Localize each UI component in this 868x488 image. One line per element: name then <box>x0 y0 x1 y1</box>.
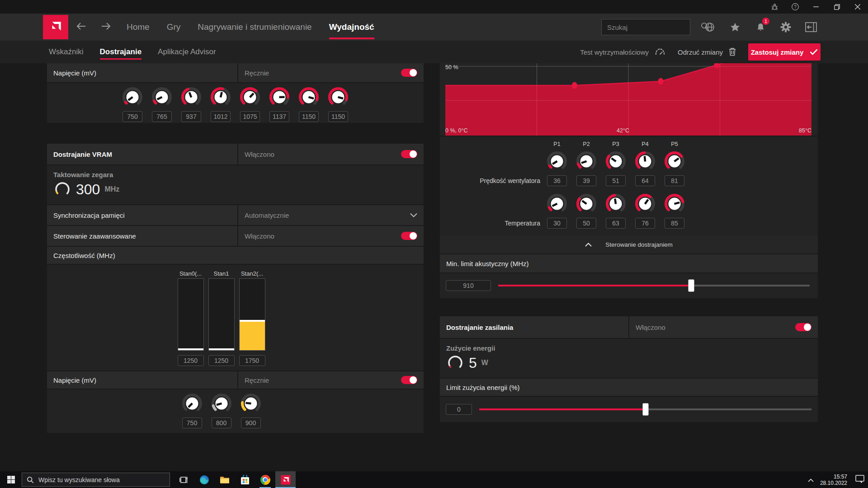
knob-value-box[interactable]: 76 <box>635 218 655 229</box>
gpu-voltage-toggle[interactable] <box>401 69 417 77</box>
task-view-button[interactable] <box>174 471 194 488</box>
knob-value-box[interactable]: 937 <box>181 111 201 122</box>
knob-value-box[interactable]: 30 <box>547 218 567 229</box>
knob-dial[interactable] <box>181 87 202 108</box>
stress-test-button[interactable]: Test wytrzymałościowy <box>580 47 666 57</box>
knob-dial[interactable] <box>210 87 231 108</box>
microsoft-store-icon[interactable] <box>235 471 255 488</box>
knob-dial[interactable] <box>635 193 656 214</box>
knob-dial[interactable] <box>664 151 685 172</box>
knob-value-box[interactable]: 39 <box>576 175 596 186</box>
chevron-down-icon[interactable] <box>410 213 417 217</box>
discard-changes-button[interactable]: Odrzuć zmiany <box>678 47 736 57</box>
bar-frame[interactable] <box>239 278 265 351</box>
knob-value-box[interactable]: 63 <box>606 218 626 229</box>
knob-dial[interactable] <box>576 151 597 172</box>
vram-toggle[interactable] <box>401 150 417 158</box>
knob-value-box[interactable]: 51 <box>606 175 626 186</box>
nav-item-home[interactable]: Home <box>127 14 150 41</box>
knob-dial[interactable] <box>240 87 260 108</box>
knob-dial[interactable] <box>664 193 685 214</box>
knob-value-box[interactable]: 750 <box>123 111 142 122</box>
amd-logo[interactable] <box>43 15 68 39</box>
subtab-wskaźniki[interactable]: Wskaźniki <box>49 41 84 63</box>
globe-icon[interactable] <box>702 19 718 35</box>
knob-dial[interactable] <box>605 151 626 172</box>
fan-curve-svg[interactable] <box>445 63 811 136</box>
bar-value-box[interactable]: 1250 <box>208 355 235 366</box>
power-limit-value-box[interactable]: 0 <box>446 404 472 415</box>
knob-dial[interactable] <box>211 393 232 414</box>
knob-value-box[interactable]: 765 <box>152 111 172 122</box>
knob-value-box[interactable]: 1137 <box>269 111 289 122</box>
taskbar-search-box[interactable] <box>22 473 170 487</box>
close-button[interactable] <box>847 0 868 14</box>
notifications-bell-icon[interactable]: 1 <box>752 19 769 35</box>
app-search-box[interactable] <box>601 19 690 35</box>
knob-value-box[interactable]: 85 <box>665 218 684 229</box>
knob-value-box[interactable]: 36 <box>547 175 567 186</box>
taskbar-clock[interactable]: 15:57 28.10.2022 <box>820 474 847 486</box>
knob-value-box[interactable]: 800 <box>212 418 231 428</box>
taskbar-search-input[interactable] <box>38 476 165 483</box>
knob-value-box[interactable]: 1150 <box>299 111 319 122</box>
power-limit-slider[interactable] <box>479 408 811 410</box>
knob-value-box[interactable]: 64 <box>635 175 655 186</box>
knob-value-box[interactable]: 1150 <box>328 111 348 122</box>
knob-value-box[interactable]: 1075 <box>240 111 260 122</box>
knob-dial[interactable] <box>605 193 626 214</box>
knob-dial[interactable] <box>151 87 172 108</box>
bar-value-box[interactable]: 1750 <box>239 355 265 366</box>
fan-curve-chart[interactable]: 50 % 0 %, 0°C 42°C 85°C <box>440 63 818 136</box>
knob-value-box[interactable]: 50 <box>576 218 596 229</box>
knob-dial[interactable] <box>328 87 349 108</box>
knob-value-box[interactable]: 750 <box>182 418 202 428</box>
tray-chevron-up-icon[interactable] <box>808 476 814 484</box>
power-toggle[interactable] <box>795 323 811 331</box>
subtab-aplikacje-advisor[interactable]: Aplikacje Advisor <box>158 41 216 63</box>
app-search-input[interactable] <box>602 23 701 31</box>
knob-dial[interactable] <box>576 193 597 214</box>
knob-dial[interactable] <box>182 393 203 414</box>
chevron-up-icon[interactable] <box>585 243 592 247</box>
memory-sync-value-cell[interactable]: Automatycznie <box>238 205 424 225</box>
tuning-control-collapse-row[interactable]: Sterowanie dostrajaniem <box>440 235 818 253</box>
vram-voltage-toggle[interactable] <box>401 376 417 384</box>
start-button[interactable] <box>0 471 22 488</box>
chrome-icon[interactable] <box>255 471 275 488</box>
minimize-button[interactable] <box>806 0 826 14</box>
file-explorer-icon[interactable] <box>214 471 235 488</box>
power-slider-handle[interactable] <box>642 404 648 416</box>
knob-value-box[interactable]: 81 <box>665 175 684 186</box>
knob-dial[interactable] <box>241 393 261 414</box>
acoustic-limit-slider[interactable] <box>498 285 810 286</box>
knob-dial[interactable] <box>547 151 567 172</box>
help-icon[interactable]: ? <box>785 0 806 14</box>
nav-item-wydajność[interactable]: Wydajność <box>329 14 374 41</box>
bug-report-icon[interactable] <box>764 0 785 14</box>
knob-dial[interactable] <box>547 193 567 214</box>
action-center-icon[interactable] <box>855 475 864 485</box>
amd-software-taskbar-icon[interactable] <box>275 471 296 488</box>
fan-curve-point[interactable] <box>572 82 577 89</box>
collapse-panel-icon[interactable] <box>803 19 819 35</box>
knob-dial[interactable] <box>635 151 656 172</box>
knob-dial[interactable] <box>269 87 290 108</box>
forward-arrow-icon[interactable] <box>101 22 111 33</box>
advanced-control-toggle[interactable] <box>401 232 417 240</box>
nav-item-gry[interactable]: Gry <box>167 14 181 41</box>
back-arrow-icon[interactable] <box>76 22 86 33</box>
favorites-star-icon[interactable] <box>727 19 743 35</box>
bar-frame[interactable] <box>178 278 204 351</box>
knob-dial[interactable] <box>122 87 143 108</box>
nav-item-nagrywanie-i-strumieniowanie[interactable]: Nagrywanie i strumieniowanie <box>198 14 311 41</box>
edge-icon[interactable] <box>194 471 214 488</box>
apply-changes-button[interactable]: Zastosuj zmiany <box>748 43 821 61</box>
subtab-dostrajanie[interactable]: Dostrajanie <box>100 41 142 63</box>
fan-curve-point[interactable] <box>658 78 664 85</box>
acoustic-slider-handle[interactable] <box>689 280 694 292</box>
bar-frame[interactable] <box>208 278 235 351</box>
knob-value-box[interactable]: 900 <box>241 418 261 428</box>
bar-value-box[interactable]: 1250 <box>178 355 204 366</box>
knob-dial[interactable] <box>298 87 319 108</box>
